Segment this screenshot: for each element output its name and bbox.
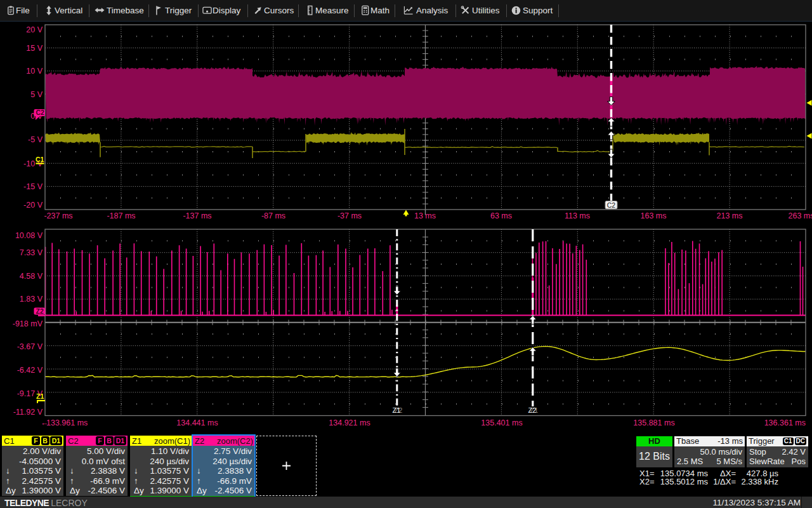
svg-text:135.881 ms: 135.881 ms	[633, 418, 674, 427]
svg-text:10 V: 10 V	[26, 67, 43, 76]
svg-text:1.83 V: 1.83 V	[20, 295, 43, 304]
svg-text:13 ms: 13 ms	[414, 211, 436, 220]
svg-text:-11.92 V: -11.92 V	[13, 408, 43, 417]
svg-text:134.441 ms: 134.441 ms	[176, 418, 218, 427]
svg-text:-87 ms: -87 ms	[261, 211, 285, 220]
svg-text:7.33 V: 7.33 V	[20, 248, 43, 257]
svg-text:C2: C2	[607, 201, 616, 209]
svg-text:-5 V: -5 V	[28, 135, 43, 144]
svg-text:Z2: Z2	[36, 307, 44, 315]
svg-text:C1: C1	[36, 156, 44, 163]
svg-text:-237 ms: -237 ms	[44, 211, 72, 220]
svg-text:-15 V: -15 V	[23, 182, 43, 191]
svg-text:163 ms: 163 ms	[641, 211, 667, 220]
svg-text:-918 mV: -918 mV	[13, 319, 43, 328]
svg-text:-137 ms: -137 ms	[183, 211, 211, 220]
svg-text:Z1: Z1	[36, 392, 44, 400]
svg-text:135.401 ms: 135.401 ms	[481, 418, 522, 427]
svg-text:C2: C2	[36, 109, 45, 116]
svg-text:-37 ms: -37 ms	[337, 211, 362, 220]
svg-text:134.921 ms: 134.921 ms	[329, 418, 370, 427]
svg-text:10.08 V: 10.08 V	[15, 231, 43, 240]
svg-text:20 V: 20 V	[26, 25, 43, 34]
svg-text:Z1: Z1	[393, 406, 401, 414]
svg-text:5 V: 5 V	[30, 90, 43, 99]
svg-text:4.58 V: 4.58 V	[20, 272, 43, 281]
svg-text:213 ms: 213 ms	[717, 211, 743, 220]
svg-text:63 ms: 63 ms	[490, 211, 512, 220]
svg-text:263 ms: 263 ms	[789, 211, 812, 220]
svg-text:-6.42 V: -6.42 V	[17, 366, 43, 375]
svg-text:113 ms: 113 ms	[565, 211, 590, 220]
svg-text:Z2: Z2	[528, 406, 537, 414]
svg-text:133.961 ms: 133.961 ms	[46, 418, 88, 427]
svg-text:-3.67 V: -3.67 V	[17, 342, 43, 351]
svg-text:15 V: 15 V	[26, 44, 43, 53]
svg-text:-187 ms: -187 ms	[107, 211, 135, 220]
svg-text:-20 V: -20 V	[23, 201, 43, 210]
svg-text:136.361 ms: 136.361 ms	[764, 418, 806, 427]
